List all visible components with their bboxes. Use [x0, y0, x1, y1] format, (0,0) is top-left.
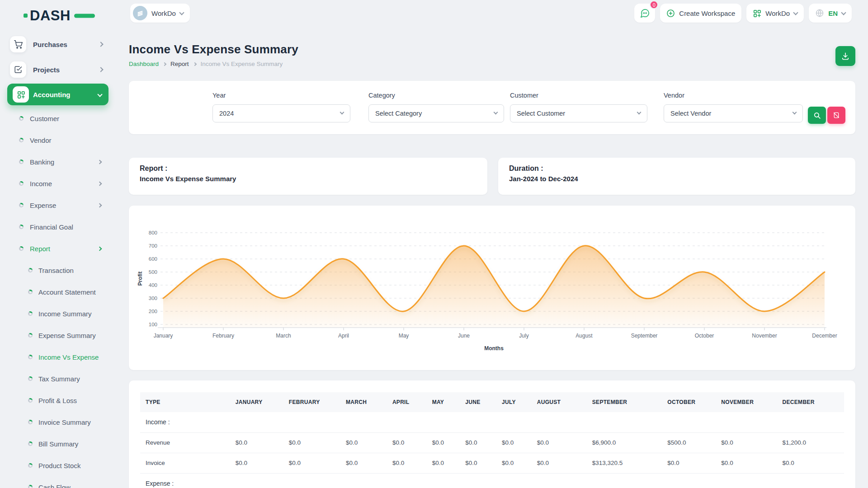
breadcrumb-dashboard-link[interactable]: Dashboard [129, 61, 159, 67]
table-section-label: Expense : [140, 473, 844, 488]
sidebar-item-accounting-active[interactable]: Accounting [7, 84, 108, 105]
clear-filter-icon [833, 112, 840, 119]
table-header-cell: MARCH [340, 392, 387, 412]
table-row: Invoice$0.0$0.0$0.0$0.0$0.0$0.0$0.0$0.0$… [140, 453, 844, 473]
sidebar-item-vendor[interactable]: Vendor [0, 129, 117, 151]
x-tick-label: September [631, 333, 658, 339]
sidebar-item-income[interactable]: Income [0, 173, 117, 194]
table-header-cell: SEPTEMBER [587, 392, 662, 412]
y-tick-label: 400 [149, 282, 157, 288]
sidebar-item-expense-summary[interactable]: Expense Summary [0, 324, 117, 346]
table-cell-value: $0.0 [532, 453, 587, 473]
table-header-cell: JULY [496, 392, 532, 412]
reset-filter-button[interactable] [827, 107, 845, 124]
table-header-cell: DECEMBER [777, 392, 844, 412]
table-cell-value: $0.0 [662, 453, 716, 473]
logo-dot [24, 14, 28, 18]
table-cell-value: $0.0 [283, 453, 340, 473]
sidebar-item-bill-summary[interactable]: Bill Summary [0, 433, 117, 455]
x-axis-title: Months [484, 345, 504, 352]
sidebar-item-banking[interactable]: Banking [0, 151, 117, 173]
table-cell-value: $0.0 [387, 432, 427, 453]
page-title: Income Vs Expense Summary [129, 42, 298, 56]
y-tick-label: 100 [149, 322, 157, 327]
table-cell-value: $0.0 [460, 432, 496, 453]
table-row: Revenue$0.0$0.0$0.0$0.0$0.0$0.0$0.0$0.0$… [140, 432, 844, 453]
chevron-down-icon [97, 92, 102, 97]
y-tick-label: 700 [149, 243, 157, 249]
bullet-icon [28, 311, 33, 316]
download-report-button[interactable] [835, 46, 855, 66]
x-tick-label: January [154, 333, 173, 339]
table-section-label: Income : [140, 412, 844, 432]
table-header-cell: APRIL [387, 392, 427, 412]
sidebar-item-profit-loss[interactable]: Profit & Loss [0, 389, 117, 411]
bullet-icon [28, 268, 33, 272]
accounting-submenu: Customer Vendor Banking Income Expense F… [0, 108, 117, 488]
workspace-grid-icon [753, 9, 761, 18]
sidebar-item-projects[interactable]: Projects [0, 57, 117, 82]
workspace-dropdown[interactable]: WorkDo [746, 4, 804, 23]
logo-dash-bar [74, 14, 95, 18]
customer-select[interactable]: Select Customer [510, 104, 647, 122]
bullet-icon [28, 290, 33, 294]
sidebar-item-tax-summary[interactable]: Tax Summary [0, 368, 117, 389]
sidebar-item-account-statement[interactable]: Account Statement [0, 281, 117, 303]
sidebar-item-income-vs-expense[interactable]: Income Vs Expense [0, 346, 117, 368]
workspace-selector[interactable]: WorkDo [130, 4, 190, 23]
table-header-cell: AUGUST [532, 392, 587, 412]
bullet-icon [19, 116, 24, 121]
language-selector[interactable]: EN [809, 4, 852, 23]
y-tick-label: 200 [149, 309, 157, 314]
sidebar-item-report[interactable]: Report [0, 238, 117, 259]
sidebar-item-purchases[interactable]: Purchases [0, 32, 117, 57]
y-tick-label: 500 [149, 269, 157, 275]
dash-logo[interactable]: DASH [24, 6, 96, 26]
create-workspace-button[interactable]: Create Workspace [660, 4, 741, 23]
bullet-icon [28, 485, 33, 488]
category-select[interactable]: Select Category [368, 104, 504, 122]
sidebar-item-label: Purchases [33, 41, 67, 48]
profit-chart-card: 100200300400500600700800JanuaryFebruaryM… [129, 206, 855, 370]
messages-count-badge: 0 [650, 0, 658, 9]
bullet-icon [19, 181, 24, 186]
apply-filter-button[interactable] [808, 107, 826, 124]
sidebar-item-income-summary[interactable]: Income Summary [0, 303, 117, 324]
bullet-icon [19, 138, 24, 142]
table-header-cell: JUNE [460, 392, 496, 412]
table-cell-value: $0.0 [496, 432, 532, 453]
main-content: WorkDo 0 Create Workspace [117, 0, 868, 488]
sidebar-item-transaction[interactable]: Transaction [0, 259, 117, 281]
x-tick-label: April [338, 333, 349, 339]
breadcrumb-report-link[interactable]: Report [170, 61, 189, 67]
income-expense-table: TYPEJANUARYFEBRUARYMARCHAPRILMAYJUNEJULY… [140, 392, 844, 488]
language-label: EN [828, 9, 838, 17]
sidebar-item-customer[interactable]: Customer [0, 108, 117, 129]
sidebar-item-product-stock[interactable]: Product Stock [0, 455, 117, 476]
summary-cards: Report : Income Vs Expense Summary Durat… [129, 158, 855, 195]
sidebar-item-cash-flow[interactable]: Cash Flow [0, 476, 117, 488]
messages-button[interactable]: 0 [634, 4, 655, 23]
table-cell-value: $0.0 [427, 453, 460, 473]
vendor-select[interactable]: Select Vendor [664, 104, 803, 122]
sidebar-item-expense[interactable]: Expense [0, 194, 117, 216]
table-header-cell: FEBRUARY [283, 392, 340, 412]
bullet-icon [28, 355, 33, 359]
report-info-card: Report : Income Vs Expense Summary [129, 158, 487, 195]
sidebar-item-invoice-summary[interactable]: Invoice Summary [0, 411, 117, 433]
vendor-label: Vendor [664, 92, 803, 99]
globe-icon [815, 9, 824, 18]
duration-card-title: Duration : [509, 164, 844, 173]
table-cell-type: Invoice [140, 453, 230, 473]
sidebar-item-financial-goal[interactable]: Financial Goal [0, 216, 117, 238]
year-select[interactable]: 2024 [212, 104, 350, 122]
duration-card-value: Jan-2024 to Dec-2024 [509, 175, 844, 183]
page-head: Income Vs Expense Summary Dashboard Repo… [129, 42, 855, 67]
table-cell-type: Revenue [140, 432, 230, 453]
chat-icon [640, 8, 650, 19]
table-cell-value: $0.0 [532, 432, 587, 453]
chevron-right-icon [98, 42, 103, 47]
sidebar-item-label: Accounting [33, 91, 71, 99]
table-cell-value: $0.0 [777, 453, 844, 473]
chevron-right-icon [163, 62, 166, 66]
